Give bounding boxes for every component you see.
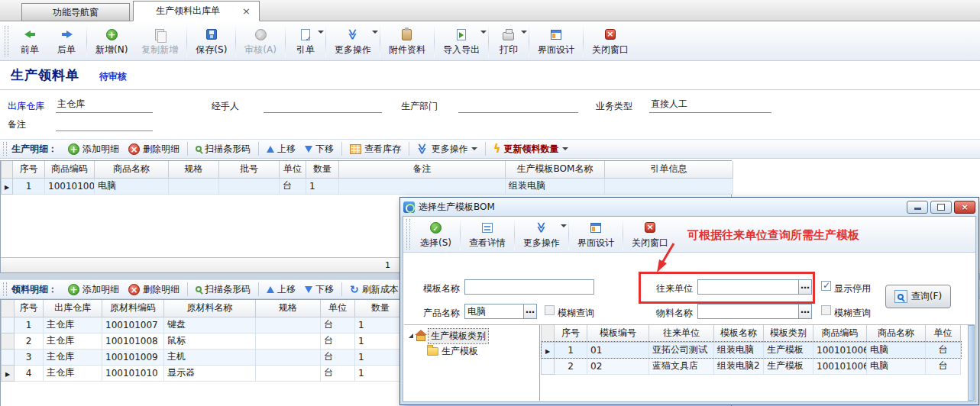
col-template-name[interactable]: 模板名称 <box>714 325 764 342</box>
save-button[interactable]: 保存(S) <box>189 24 234 59</box>
annotation-text: 可根据往来单位查询所需生产模板 <box>687 228 859 243</box>
maximize-button[interactable] <box>930 201 952 214</box>
col-warehouse[interactable]: 出库仓库 <box>44 300 102 317</box>
more-actions-button[interactable]: 更多操作 <box>328 24 378 59</box>
move-up-button[interactable]: 上移 <box>262 282 300 298</box>
col-unit[interactable]: 单位 <box>321 300 355 317</box>
scan-barcode-button[interactable]: 扫描条形码 <box>191 141 255 157</box>
select-button[interactable]: 选择(S) <box>413 218 458 251</box>
plus-circle-icon <box>106 29 118 40</box>
col-seq[interactable]: 序号 <box>13 161 45 178</box>
attachments-button[interactable]: 附件资料 <box>382 24 432 59</box>
audit-button[interactable]: 审核(A) <box>238 24 283 59</box>
scan-barcode-button[interactable]: 扫描条形码 <box>191 282 255 298</box>
dialog-titlebar[interactable]: 选择生产模板BOM <box>400 198 978 216</box>
col-template-code[interactable]: 模板编号 <box>587 325 649 342</box>
magnifier-icon <box>196 146 202 152</box>
col-product-name[interactable]: 商品名称 <box>867 325 926 342</box>
col-spec[interactable]: 规格 <box>256 300 321 317</box>
col-seq[interactable]: 序号 <box>555 325 587 342</box>
col-remark[interactable]: 备注 <box>339 161 506 178</box>
tree-node-template[interactable]: 生产模板 <box>404 343 539 359</box>
delete-detail-button[interactable]: 删除明细 <box>124 141 184 157</box>
table-row[interactable]: 1 01 亚拓公司测试 组装电脑 生产模板 100101006 电脑 台 <box>542 342 961 358</box>
col-code[interactable]: 商品编码 <box>45 161 95 178</box>
query-button[interactable]: 查询(F) <box>885 285 951 308</box>
col-unit[interactable]: 单位 <box>926 325 961 342</box>
add-new-button[interactable]: 新增(N) <box>89 24 134 59</box>
col-name[interactable]: 商品名称 <box>95 161 169 178</box>
pull-order-button[interactable]: 引单 <box>287 24 324 59</box>
col-spec[interactable]: 规格 <box>169 161 219 178</box>
strip-separator <box>485 142 486 156</box>
col-batch[interactable]: 批号 <box>219 161 280 178</box>
more-actions-button[interactable]: 更多操作 <box>412 141 482 157</box>
move-down-button[interactable]: 下移 <box>300 141 338 157</box>
table-row[interactable]: 4 主仓库 100101010 显示器 台 1 <box>2 365 406 381</box>
ui-design-button[interactable]: 界面设计 <box>571 218 621 251</box>
import-export-button[interactable]: 导入导出 <box>436 24 487 59</box>
dept-field[interactable] <box>458 98 578 113</box>
next-doc-button[interactable]: 后单 <box>48 24 85 59</box>
col-template-cat[interactable]: 模板类别 <box>764 325 813 342</box>
ui-design-button[interactable]: 界面设计 <box>531 24 581 59</box>
biztype-field[interactable]: 直接人工 <box>649 98 771 113</box>
col-bom[interactable]: 生产模板BOM名称 <box>506 161 605 178</box>
handler-field[interactable] <box>264 98 382 113</box>
template-name-input[interactable] <box>464 279 594 295</box>
col-mat-name[interactable]: 原材料名称 <box>164 300 256 317</box>
table-row[interactable]: 3 主仓库 100101009 主机 台 1 <box>2 349 406 365</box>
col-product-code[interactable]: 商品编码 <box>813 325 867 342</box>
delete-detail-button[interactable]: 删除明细 <box>124 282 184 298</box>
tab-function-nav[interactable]: 功能导航窗 <box>21 3 130 21</box>
fuzzy-query-checkbox[interactable] <box>545 305 555 315</box>
update-qty-button[interactable]: 更新领料数量 <box>489 141 573 157</box>
table-row[interactable]: 2 02 蓝猫文具店 组装电脑2 生产模板 100101006 电脑 台 <box>542 358 961 374</box>
dropdown-caret-icon[interactable] <box>480 31 487 34</box>
col-seq[interactable]: 序号 <box>15 300 44 317</box>
close-button[interactable] <box>954 201 975 214</box>
table-row[interactable]: 2 主仓库 100101008 鼠标 台 1 <box>2 333 406 349</box>
prev-doc-button[interactable]: 前单 <box>11 24 48 59</box>
more-actions-button[interactable]: 更多操作 <box>516 218 567 251</box>
dropdown-caret-icon[interactable] <box>521 31 527 34</box>
material-lookup-button[interactable]: … <box>798 304 812 319</box>
close-window-button[interactable]: 关闭窗口 <box>585 24 636 59</box>
expander-icon[interactable] <box>409 334 413 338</box>
print-button[interactable]: 打印 <box>490 24 527 59</box>
col-qty[interactable]: 数量 <box>355 300 406 317</box>
move-up-button[interactable]: 上移 <box>262 141 300 157</box>
product-name-input[interactable]: 电脑 <box>464 304 524 319</box>
dropdown-caret-icon[interactable] <box>372 31 378 34</box>
view-detail-button[interactable]: 查看详情 <box>462 218 513 251</box>
col-unit[interactable]: 单位 <box>280 161 306 178</box>
product-name-label: 产品名称 <box>423 307 460 320</box>
dropdown-caret-icon[interactable] <box>318 31 324 34</box>
add-detail-button[interactable]: 添加明细 <box>63 141 124 157</box>
tab-close-icon[interactable]: × <box>242 2 254 21</box>
vertical-scrollbar[interactable] <box>968 325 975 401</box>
col-partner[interactable]: 往来单位 <box>649 325 714 342</box>
refresh-cost-button[interactable]: 刷新成本 <box>345 282 403 298</box>
annotation-highlight-box <box>639 272 815 304</box>
table-row[interactable]: 1 100101006 电脑 台 1 组装电脑 <box>2 178 733 194</box>
material-name-input[interactable] <box>697 304 799 319</box>
tab-production-requisition[interactable]: 生产领料出库单 × <box>133 1 260 21</box>
table-row[interactable]: 1 主仓库 100101007 键盘 台 1 <box>2 317 406 333</box>
fuzzy-query-checkbox[interactable] <box>821 305 831 315</box>
col-ref[interactable]: 引单信息 <box>605 161 733 178</box>
minimize-button[interactable] <box>907 201 928 214</box>
show-disabled-checkbox[interactable] <box>821 281 831 291</box>
remark-field[interactable] <box>56 116 153 131</box>
tree-node-root[interactable]: 生产模板类别 <box>404 328 539 343</box>
product-lookup-button[interactable]: … <box>523 304 537 319</box>
copy-add-button[interactable]: 复制新增 <box>134 24 185 59</box>
toolbar-separator <box>568 218 569 250</box>
dropdown-caret-icon[interactable] <box>561 224 567 227</box>
move-down-button[interactable]: 下移 <box>300 282 338 298</box>
warehouse-field[interactable]: 主仓库 <box>56 98 153 113</box>
add-detail-button[interactable]: 添加明细 <box>63 282 124 298</box>
view-stock-button[interactable]: 查看库存 <box>345 141 406 157</box>
col-qty[interactable]: 数量 <box>306 161 339 178</box>
col-mat-code[interactable]: 原材料编码 <box>102 300 164 317</box>
